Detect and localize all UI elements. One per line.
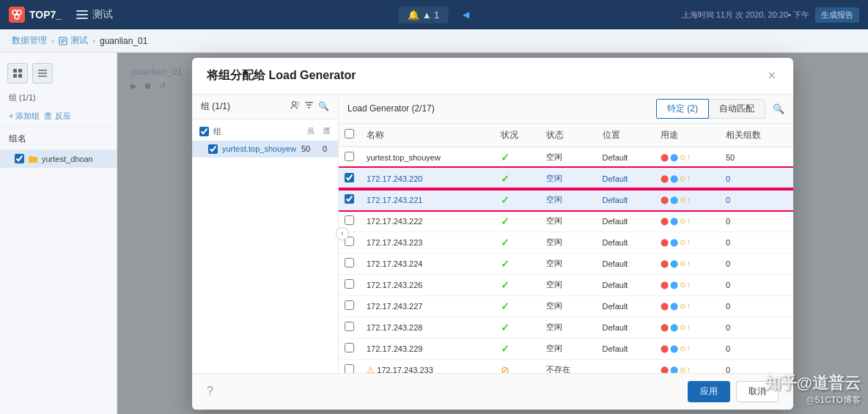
table-row[interactable]: 172.17.243.223✓空闲Default ⬤ ⬤ ⊙ ↑ 0 [339, 232, 793, 253]
generate-report-button[interactable]: 生成报告 [815, 7, 859, 23]
left-pane-tool-1[interactable] [290, 100, 300, 112]
group-row-checkbox[interactable] [208, 144, 218, 154]
group-add-bar[interactable]: + 添加组 查 反应 [0, 108, 117, 125]
row-count: 0 [720, 359, 793, 373]
row-status-icon: ⊘ [495, 359, 540, 373]
table-row[interactable]: 172.17.243.226✓空闲Default ⬤ ⬤ ⊙ ↑ 0 [339, 274, 793, 295]
select-all-checkbox[interactable] [345, 129, 354, 138]
row-checkbox[interactable] [345, 215, 354, 225]
menu-label: 测试 [92, 8, 113, 21]
usage-icon-g: ↑ [687, 366, 691, 373]
row-state: 空闲 [540, 189, 597, 210]
row-state: 空闲 [540, 232, 597, 253]
row-status-icon: ✓ [495, 253, 540, 274]
th-status-icon: 状况 [495, 124, 540, 147]
table-row[interactable]: 172.17.243.222✓空闲Default ⬤ ⬤ ⊙ ↑ 0 [339, 210, 793, 232]
group-folder-icon [29, 155, 37, 163]
tab-specific[interactable]: 特定 (2) [656, 99, 709, 119]
notification-button[interactable]: 🔔 ▲ 1 [399, 7, 449, 23]
app-logo[interactable]: TOP7_ [9, 7, 62, 23]
svg-point-15 [296, 102, 299, 105]
modal-header: 将组分配给 Load Generator × [192, 58, 793, 95]
arrow-right-icon[interactable]: ◀ [463, 10, 469, 20]
svg-rect-17 [306, 105, 312, 106]
table-row[interactable]: 172.17.243.220✓空闲Default ⬤ ⬤ ⊙ ↑ 0 [339, 168, 793, 189]
row-state: 空闲 [540, 295, 597, 317]
row-checkbox[interactable] [345, 258, 354, 267]
table-row[interactable]: 172.17.243.229✓空闲Default ⬤ ⬤ ⊙ ↑ 0 [339, 338, 793, 359]
modal-body: 组 (1/1) 🔍 [192, 95, 793, 373]
group-table-row[interactable]: yurtest.top_shouyew 50 0 [192, 141, 338, 158]
usage-icon-r: ⬤ [661, 302, 669, 310]
modal-close-button[interactable]: × [765, 69, 779, 82]
usage-icon-g: ↑ [687, 281, 691, 289]
row-checkbox[interactable] [345, 279, 354, 289]
table-row[interactable]: 172.17.243.228✓空闲Default ⬤ ⬤ ⊙ ↑ 0 [339, 317, 793, 338]
usage-icon-b: ⬤ [670, 196, 678, 204]
usage-icon-b: ⬤ [670, 344, 678, 352]
table-row[interactable]: yurtest.top_shouyew✓空闲Default ⬤ ⬤ ⊙ ↑ 50 [339, 147, 793, 168]
sidebar-grid-icon [12, 68, 23, 78]
row-checkbox[interactable] [345, 322, 354, 331]
group-col-header: 组 [213, 126, 307, 137]
row-status-icon: ✓ [495, 274, 540, 295]
usage-icon-b: ⬤ [670, 323, 678, 331]
tab-auto[interactable]: 自动匹配 [709, 99, 765, 119]
row-usage: ⬤ ⬤ ⊙ ↑ [655, 359, 720, 373]
footer-actions: 应用 取消 [688, 381, 779, 402]
bell-icon: 🔔 [408, 10, 419, 21]
topbar-menu[interactable]: 测试 [76, 8, 113, 21]
row-state: 空闲 [540, 168, 597, 189]
breadcrumb-sep-2: › [92, 36, 95, 46]
table-row[interactable]: 172.17.243.227✓空闲Default ⬤ ⬤ ⊙ ↑ 0 [339, 295, 793, 317]
row-location [597, 359, 655, 373]
row-checkbox[interactable] [345, 152, 354, 161]
row-status-icon: ✓ [495, 168, 540, 189]
left-pane-tools: 🔍 [290, 100, 329, 112]
sidebar-group-item[interactable]: yurtest_dhoan [0, 149, 117, 168]
table-row[interactable]: ⚠ 172.17.243.233⊘不存在 ⬤ ⬤ ⊙ ↑ 0 [339, 359, 793, 373]
breadcrumb-icon [59, 37, 67, 45]
select-all-groups-checkbox[interactable] [199, 127, 209, 136]
table-row[interactable]: 172.17.243.221✓空闲Default ⬤ ⬤ ⊙ ↑ 0 [339, 189, 793, 210]
sidebar-list-btn[interactable] [32, 63, 53, 84]
left-pane-tool-2[interactable] [304, 100, 314, 112]
usage-icon-y: ⊙ [680, 196, 685, 204]
help-icon[interactable]: ? [207, 385, 213, 398]
modal-title: 将组分配给 Load Generator [207, 68, 356, 84]
row-count: 0 [720, 338, 793, 359]
row-state: 空闲 [540, 147, 597, 168]
modal-dialog: 将组分配给 Load Generator × 组 (1/1) [192, 58, 793, 410]
svg-point-0 [12, 10, 17, 15]
usage-icon-b: ⬤ [670, 153, 678, 161]
cancel-button[interactable]: 取消 [736, 381, 779, 402]
right-search-icon[interactable]: 🔍 [773, 103, 784, 114]
row-checkbox[interactable] [345, 343, 354, 352]
row-count: 0 [720, 253, 793, 274]
row-checkbox[interactable] [345, 173, 354, 182]
breadcrumb-item-2[interactable]: 测试 [59, 34, 88, 47]
left-pane-search-icon[interactable]: 🔍 [318, 101, 329, 111]
breadcrumb-item-1[interactable]: 数据管理 [12, 34, 47, 47]
row-count: 0 [720, 317, 793, 338]
group-row-num2: 0 [319, 144, 331, 153]
lg-table-container: 名称 状况 状态 位置 用途 相关组数 yurtest.top [339, 124, 793, 373]
expand-arrow-button[interactable]: › [336, 227, 349, 240]
usage-icon-g: ↑ [687, 302, 691, 310]
hamburger-icon[interactable] [76, 10, 88, 19]
table-row[interactable]: 172.17.243.224✓空闲Default ⬤ ⬤ ⊙ ↑ 0 [339, 253, 793, 274]
row-name: ⚠ 172.17.243.233 [361, 359, 495, 373]
row-checkbox[interactable] [345, 194, 354, 204]
row-checkbox[interactable] [345, 300, 354, 310]
usage-icon-y: ⊙ [680, 238, 685, 246]
usage-icon-r: ⬤ [661, 238, 669, 246]
topbar-center: 🔔 ▲ 1 ◀ [399, 7, 470, 23]
row-checkbox[interactable] [345, 364, 354, 373]
usage-icon-y: ⊙ [680, 174, 685, 182]
sidebar-icon-btn[interactable] [7, 63, 28, 84]
breadcrumb-test[interactable]: 测试 [70, 34, 88, 47]
usage-icon-b: ⬤ [670, 174, 678, 182]
apply-button[interactable]: 应用 [688, 381, 730, 402]
usage-icon-g: ↑ [687, 174, 691, 182]
group-checkbox[interactable] [15, 154, 24, 163]
